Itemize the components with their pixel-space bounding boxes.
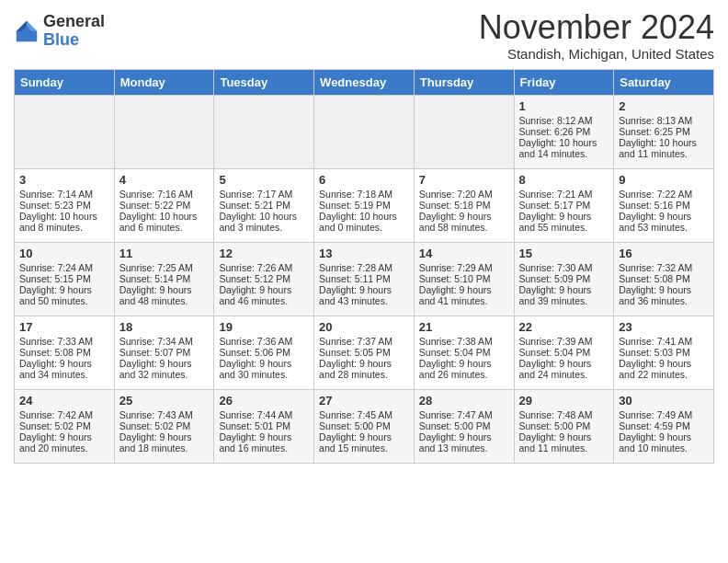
day-info: Sunset: 5:16 PM [619, 200, 709, 211]
day-info: Sunset: 6:26 PM [519, 126, 609, 137]
day-number: 10 [19, 247, 109, 260]
day-number: 26 [219, 394, 309, 408]
day-number: 4 [119, 173, 210, 187]
day-info: Sunrise: 7:36 AM [219, 336, 309, 347]
day-info: Daylight: 9 hours and 28 minutes. [319, 358, 409, 380]
day-number: 19 [219, 320, 309, 334]
day-number: 2 [619, 99, 709, 113]
day-number: 6 [319, 173, 409, 187]
day-number: 3 [19, 173, 109, 187]
day-info: Daylight: 10 hours and 6 minutes. [119, 211, 210, 233]
day-info: Sunset: 5:05 PM [319, 347, 409, 358]
day-info: Daylight: 9 hours and 55 minutes. [519, 211, 609, 233]
week-row-4: 24Sunrise: 7:42 AMSunset: 5:02 PMDayligh… [15, 389, 714, 463]
day-info: Sunrise: 7:42 AM [19, 409, 109, 420]
calendar-cell: 7Sunrise: 7:20 AMSunset: 5:18 PMDaylight… [414, 168, 514, 242]
calendar-cell: 26Sunrise: 7:44 AMSunset: 5:01 PMDayligh… [214, 389, 314, 463]
logo: General Blue [14, 13, 105, 50]
day-info: Daylight: 9 hours and 22 minutes. [619, 358, 709, 380]
day-info: Daylight: 9 hours and 58 minutes. [419, 211, 509, 233]
calendar-cell: 4Sunrise: 7:16 AMSunset: 5:22 PMDaylight… [114, 168, 214, 242]
day-info: Sunset: 5:02 PM [119, 420, 210, 431]
calendar-cell: 27Sunrise: 7:45 AMSunset: 5:00 PMDayligh… [314, 389, 415, 463]
page-header: General Blue November 2024 Standish, Mic… [14, 9, 714, 62]
day-info: Daylight: 9 hours and 41 minutes. [419, 284, 509, 306]
calendar-cell [15, 95, 115, 168]
day-info: Sunset: 5:17 PM [519, 200, 609, 211]
week-row-0: 1Sunrise: 8:12 AMSunset: 6:26 PMDaylight… [15, 95, 714, 168]
day-number: 18 [119, 320, 210, 334]
day-info: Sunrise: 7:48 AM [519, 409, 609, 420]
day-number: 28 [419, 394, 509, 408]
day-info: Sunrise: 7:28 AM [319, 262, 409, 273]
day-info: Sunrise: 7:38 AM [419, 336, 509, 347]
calendar-cell: 13Sunrise: 7:28 AMSunset: 5:11 PMDayligh… [314, 242, 415, 316]
calendar-cell: 17Sunrise: 7:33 AMSunset: 5:08 PMDayligh… [15, 316, 115, 389]
day-info: Sunset: 5:19 PM [319, 200, 409, 211]
day-info: Daylight: 9 hours and 36 minutes. [619, 284, 709, 306]
day-info: Sunrise: 7:47 AM [419, 409, 509, 420]
day-info: Daylight: 9 hours and 30 minutes. [219, 358, 309, 380]
day-number: 9 [619, 173, 709, 187]
day-info: Daylight: 9 hours and 32 minutes. [119, 358, 210, 380]
calendar-cell: 8Sunrise: 7:21 AMSunset: 5:17 PMDaylight… [514, 168, 614, 242]
calendar-cell: 19Sunrise: 7:36 AMSunset: 5:06 PMDayligh… [214, 316, 314, 389]
day-info: Sunset: 5:12 PM [219, 273, 309, 284]
day-info: Daylight: 9 hours and 50 minutes. [19, 284, 109, 306]
day-info: Sunrise: 7:24 AM [19, 262, 109, 273]
calendar-cell: 25Sunrise: 7:43 AMSunset: 5:02 PMDayligh… [114, 389, 214, 463]
day-info: Daylight: 10 hours and 8 minutes. [19, 211, 109, 233]
week-row-2: 10Sunrise: 7:24 AMSunset: 5:15 PMDayligh… [15, 242, 714, 316]
calendar-cell: 3Sunrise: 7:14 AMSunset: 5:23 PMDaylight… [15, 168, 115, 242]
calendar-cell [414, 95, 514, 168]
calendar-cell [314, 95, 415, 168]
day-info: Daylight: 9 hours and 26 minutes. [419, 358, 509, 380]
day-info: Sunrise: 8:12 AM [519, 115, 609, 126]
day-info: Sunset: 5:00 PM [519, 420, 609, 431]
header-wednesday: Wednesday [314, 69, 415, 95]
day-info: Daylight: 9 hours and 11 minutes. [519, 431, 609, 454]
day-info: Sunrise: 7:41 AM [619, 336, 709, 347]
day-info: Sunrise: 7:49 AM [619, 409, 709, 420]
day-info: Sunrise: 7:45 AM [319, 409, 409, 420]
day-info: Sunrise: 7:37 AM [319, 336, 409, 347]
calendar-cell: 10Sunrise: 7:24 AMSunset: 5:15 PMDayligh… [15, 242, 115, 316]
day-number: 14 [419, 247, 509, 260]
location: Standish, Michigan, United States [479, 46, 714, 62]
day-info: Sunset: 5:21 PM [219, 200, 309, 211]
day-info: Sunset: 5:00 PM [319, 420, 409, 431]
calendar-cell: 12Sunrise: 7:26 AMSunset: 5:12 PMDayligh… [214, 242, 314, 316]
day-info: Sunrise: 7:22 AM [619, 189, 709, 200]
day-info: Sunset: 5:09 PM [519, 273, 609, 284]
logo-icon [14, 18, 40, 44]
day-number: 23 [619, 320, 709, 334]
week-row-1: 3Sunrise: 7:14 AMSunset: 5:23 PMDaylight… [15, 168, 714, 242]
day-info: Sunset: 5:18 PM [419, 200, 509, 211]
day-info: Daylight: 9 hours and 46 minutes. [219, 284, 309, 306]
day-info: Daylight: 9 hours and 53 minutes. [619, 211, 709, 233]
calendar-cell: 11Sunrise: 7:25 AMSunset: 5:14 PMDayligh… [114, 242, 214, 316]
calendar-cell: 9Sunrise: 7:22 AMSunset: 5:16 PMDaylight… [614, 168, 714, 242]
calendar-body: 1Sunrise: 8:12 AMSunset: 6:26 PMDaylight… [15, 95, 714, 463]
calendar-cell: 29Sunrise: 7:48 AMSunset: 5:00 PMDayligh… [514, 389, 614, 463]
day-info: Sunset: 5:06 PM [219, 347, 309, 358]
week-row-3: 17Sunrise: 7:33 AMSunset: 5:08 PMDayligh… [15, 316, 714, 389]
day-number: 15 [519, 247, 609, 260]
header-tuesday: Tuesday [214, 69, 314, 95]
day-info: Sunrise: 7:21 AM [519, 189, 609, 200]
day-number: 20 [319, 320, 409, 334]
day-number: 30 [619, 394, 709, 408]
day-info: Daylight: 9 hours and 18 minutes. [119, 431, 210, 454]
day-info: Sunrise: 7:18 AM [319, 189, 409, 200]
day-info: Daylight: 10 hours and 14 minutes. [519, 137, 609, 159]
header-monday: Monday [114, 69, 214, 95]
calendar-cell: 20Sunrise: 7:37 AMSunset: 5:05 PMDayligh… [314, 316, 415, 389]
calendar-cell: 23Sunrise: 7:41 AMSunset: 5:03 PMDayligh… [614, 316, 714, 389]
day-number: 29 [519, 394, 609, 408]
calendar-cell: 14Sunrise: 7:29 AMSunset: 5:10 PMDayligh… [414, 242, 514, 316]
day-info: Sunrise: 7:29 AM [419, 262, 509, 273]
calendar-cell: 30Sunrise: 7:49 AMSunset: 4:59 PMDayligh… [614, 389, 714, 463]
day-info: Daylight: 9 hours and 20 minutes. [19, 431, 109, 454]
header-row: SundayMondayTuesdayWednesdayThursdayFrid… [15, 69, 714, 95]
day-info: Daylight: 9 hours and 43 minutes. [319, 284, 409, 306]
